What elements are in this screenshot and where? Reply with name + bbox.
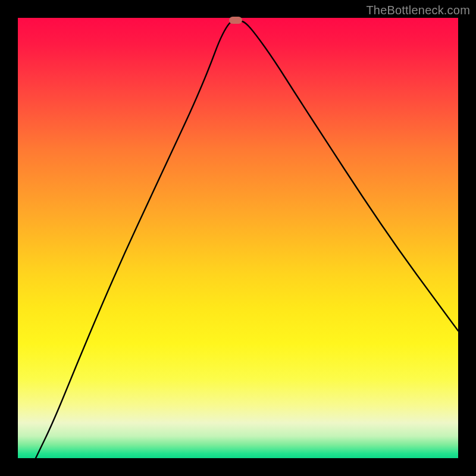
- watermark-text: TheBottleneck.com: [366, 4, 470, 17]
- minimum-marker: [229, 17, 242, 24]
- plot-area: [18, 18, 458, 458]
- chart-frame: TheBottleneck.com: [0, 0, 476, 476]
- bottleneck-curve: [36, 20, 458, 458]
- curve-svg: [18, 18, 458, 458]
